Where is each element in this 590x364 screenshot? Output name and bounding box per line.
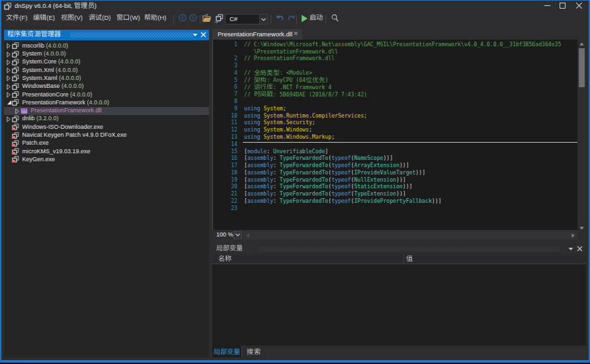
tree-item-dnlib[interactable]: dnlib (3.2.0.0) [4,115,209,123]
tree-item-label: microKMS_v19.03.19.exe [22,148,91,155]
line-number: 17 [213,162,237,169]
tab-locals[interactable] [212,346,242,357]
line-number: 4 [213,69,237,77]
close-button[interactable] [571,0,586,11]
code-text: // C:\Windows\Microsoft.Net\assembly\GAC… [244,41,561,48]
tree-item-label: Windows-ISO-Downloader.exe [22,124,104,130]
scrollbar-thumb[interactable] [579,48,585,87]
column-resize-handle[interactable] [403,254,404,264]
zoom-dropdown-icon[interactable] [233,231,242,240]
tree-item-label: System.Xaml (4.0.0.0) [22,75,81,81]
locals-body[interactable] [212,264,586,346]
language-combo[interactable]: C# [225,14,268,24]
code-text: \PresentationFramework.dll [244,48,338,55]
locals-panel-header[interactable] [212,243,586,254]
column-value[interactable] [406,255,413,262]
search-icon[interactable] [331,14,339,22]
expander-collapsed-icon[interactable] [7,67,11,73]
code-segment: // C:\Windows\Microsoft.Net\assembly\GAC… [244,41,561,48]
menu-window[interactable]: (W) [116,14,140,24]
expander-collapsed-icon[interactable] [7,52,11,57]
expander-collapsed-icon[interactable] [7,75,11,81]
tree-item-System.Xaml[interactable]: System.Xaml (4.0.0.0) [4,74,209,82]
document-tab[interactable]: PresentationFramework.dll ✕ [212,29,302,40]
tree-item-Patch.exe[interactable]: Patch.exe [4,139,209,147]
code-segment: typeof [331,183,351,190]
window-border-left [0,0,1,363]
assembly-explorer-header[interactable] [4,30,209,40]
module-icon [21,108,28,114]
tree-item-System.Xml[interactable]: System.Xml (4.0.0.0) [4,66,209,74]
tree-item-label: Navicat Keygen Patch v4.9.0 DFoX.exe [22,131,127,138]
locals-column-header [212,254,586,264]
scroll-left-icon[interactable] [246,233,249,238]
assembly-icon [12,91,19,98]
exe-error-icon [12,132,19,139]
maximize-button[interactable] [555,0,569,11]
editor-horizontal-scrollbar[interactable] [243,231,577,240]
tree-item-KeyGen.exe[interactable]: KeyGen.exe [4,155,209,163]
code-segment: typeof [331,169,351,176]
menu-debug[interactable]: (D) [89,14,111,24]
open-module-icon[interactable] [214,14,224,23]
tree-item-label: System.Core (4.0.0.0) [22,58,81,65]
expander-collapsed-icon[interactable] [7,116,11,122]
code-text: [assembly: TypeForwardedTo(typeof(ArrayE… [244,162,409,169]
tree-item-microKMS_v19.03.19.exe[interactable]: microKMS_v19.03.19.exe [4,147,209,155]
code-line-16: 16[assembly: TypeForwardedTo(typeof(Name… [213,155,577,162]
expander-collapsed-icon[interactable] [7,43,11,49]
menu-file[interactable]: (F) [6,14,27,24]
column-name[interactable] [218,255,232,262]
tab-close-icon[interactable]: ✕ [293,30,298,37]
tab-search[interactable] [243,346,265,357]
code-segment: Security [286,119,312,126]
scroll-up-icon[interactable] [579,42,584,46]
tree-item-mscorlib[interactable]: mscorlib (4.0.0.0) [4,42,209,50]
expander-collapsed-icon[interactable] [7,84,11,90]
nav-forward-icon[interactable] [189,14,197,22]
tree-item-WindowsBase[interactable]: WindowsBase (4.0.0.0) [4,83,209,91]
code-line-4: 4// : <Module> [213,69,577,77]
combo-dropdown-icon[interactable] [259,15,267,24]
tree-item-PresentationFramework.dll[interactable]: PresentationFramework.dll [4,107,209,115]
scroll-right-icon[interactable] [571,233,575,238]
tree-item-PresentationCore[interactable]: PresentationCore (4.0.0.0) [4,91,209,98]
undo-icon[interactable] [275,14,284,22]
panel-close-icon[interactable] [200,32,206,38]
panel-chevron-icon[interactable] [192,33,198,37]
redo-icon[interactable] [287,14,296,22]
code-segment: TypeForwardedTo [280,198,328,204]
locals-chevron-icon[interactable] [568,247,573,251]
expander-collapsed-icon[interactable] [7,59,11,65]
tree-item-PresentationFramework[interactable]: PresentationFramework (4.0.0.0) [4,98,209,106]
menu-view[interactable]: (V) [61,14,83,24]
menu-help[interactable]: (H) [144,14,167,24]
title-bar[interactable]: dnSpy v6.0.4 (64-bit, ) [0,0,590,11]
code-segment: assembly [247,169,273,176]
tree-item-Windows-ISO-Downloader.exe[interactable]: Windows-ISO-Downloader.exe [4,123,209,131]
menu-edit[interactable]: (E) [33,14,55,24]
code-segment: ] [325,148,328,155]
expander-collapsed-icon[interactable] [7,92,11,98]
exe-error-icon [12,124,19,130]
nav-back-icon[interactable] [179,14,187,22]
editor-vertical-scrollbar[interactable] [577,40,585,233]
expander-collapsed-icon[interactable] [15,108,19,114]
start-icon[interactable] [301,15,308,22]
tree-item-label: dnlib (3.2.0.0) [22,115,59,122]
code-line-1: 1// C:\Windows\Microsoft.Net\assembly\GA… [213,41,577,48]
minimize-button[interactable] [540,0,554,11]
start-button-label[interactable] [310,14,323,21]
tree-item-System.Core[interactable]: System.Core (4.0.0.0) [4,58,209,66]
code-segment: Windows [286,126,309,133]
tree-item-label: System.Xml (4.0.0.0) [22,67,78,73]
scroll-down-icon[interactable] [579,227,584,230]
locals-close-icon[interactable] [577,246,583,252]
tree-item-Navicat Keygen Patch v4.9.0 DFoX.exe[interactable]: Navicat Keygen Patch v4.9.0 DFoX.exe [4,131,209,139]
code-line-21: 21[assembly: TypeForwardedTo(typeof(Type… [213,190,577,198]
code-editor[interactable]: 1// C:\Windows\Microsoft.Net\assembly\GA… [212,40,577,230]
tree-item-System[interactable]: System (4.0.0.0) [4,50,209,58]
zoom-level[interactable]: 100 % [216,231,233,238]
open-file-icon[interactable] [202,14,212,23]
code-segment: ))] [396,176,406,183]
